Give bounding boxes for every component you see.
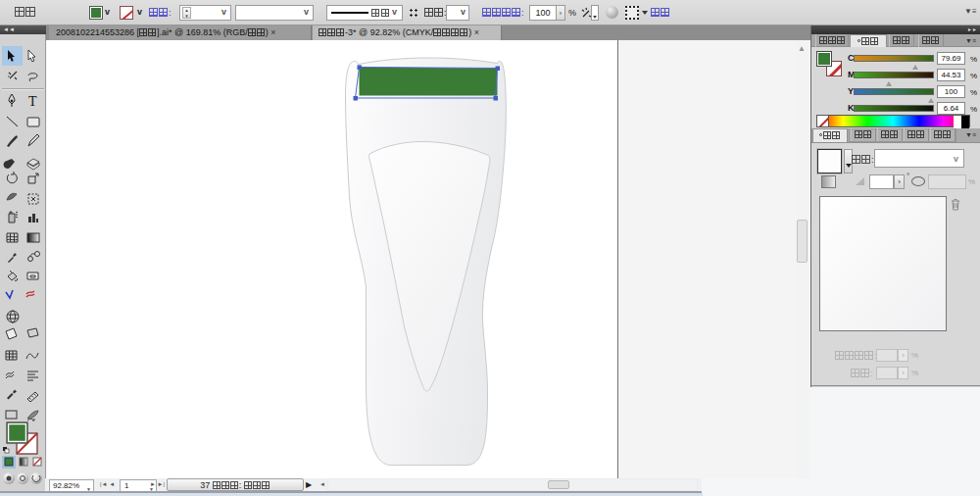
svg-text:T: T	[28, 94, 37, 109]
